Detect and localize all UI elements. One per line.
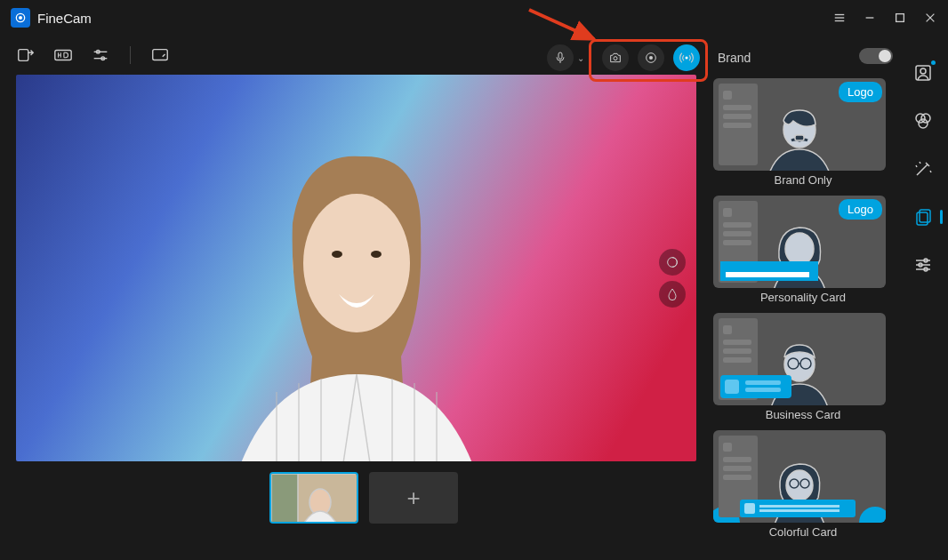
svg-rect-7	[896, 14, 904, 22]
mic-dropdown-chevron-icon[interactable]: ⌄	[577, 53, 584, 63]
maximize-button[interactable]	[893, 11, 907, 25]
brand-templates-tab-icon[interactable]	[912, 206, 934, 228]
brand-card-colorful[interactable]: Colorful Card	[713, 430, 893, 544]
magic-wand-tab-icon[interactable]	[912, 158, 934, 180]
scene-thumb-1[interactable]	[269, 472, 358, 524]
svg-point-50	[919, 119, 928, 128]
svg-point-2	[19, 16, 22, 20]
toolbar-divider	[130, 46, 131, 64]
record-button[interactable]	[638, 44, 664, 71]
right-tool-rail	[905, 62, 941, 276]
brand-card-label: Personality Card	[713, 288, 893, 309]
svg-point-23	[303, 194, 410, 332]
minimize-button[interactable]	[863, 11, 877, 25]
logo-badge: Logo	[839, 199, 882, 220]
microphone-button[interactable]	[547, 44, 574, 71]
stream-live-button[interactable]	[673, 44, 700, 71]
video-preview	[16, 75, 696, 461]
color-adjust-button[interactable]	[659, 249, 686, 276]
svg-point-24	[332, 251, 342, 258]
brand-card-brand-only[interactable]: Logo Brand Only	[713, 78, 893, 192]
hd-quality-icon[interactable]	[53, 45, 73, 65]
add-scene-button[interactable]: +	[369, 472, 458, 524]
close-button[interactable]	[923, 11, 937, 25]
svg-rect-10	[19, 50, 28, 61]
brand-card-business[interactable]: Business Card	[713, 313, 893, 427]
brand-toggle[interactable]	[859, 48, 893, 64]
export-icon[interactable]	[16, 45, 36, 65]
svg-point-49	[921, 114, 930, 123]
brand-panel-label: Brand	[718, 51, 751, 65]
brand-card-personality[interactable]: Logo Personality Card	[713, 196, 893, 309]
blur-droplet-button[interactable]	[659, 281, 686, 308]
effects-tab-icon[interactable]	[912, 110, 934, 132]
brand-card-label: Colorful Card	[713, 523, 893, 544]
svg-point-47	[920, 68, 926, 74]
snapshot-button[interactable]	[602, 44, 629, 71]
svg-rect-52	[920, 210, 930, 222]
toolbar: ⌄ Brand	[0, 36, 948, 75]
app-title: FineCam	[37, 11, 92, 26]
settings-sliders-icon[interactable]	[91, 45, 110, 65]
whiteboard-icon[interactable]	[150, 45, 170, 65]
svg-point-25	[371, 251, 382, 258]
svg-rect-17	[558, 52, 562, 59]
titlebar: FineCam	[0, 0, 948, 36]
scene-thumbs: +	[16, 472, 711, 524]
logo-badge: Logo	[839, 82, 882, 102]
svg-point-20	[649, 56, 653, 60]
person-placeholder	[188, 108, 526, 461]
svg-rect-34	[271, 474, 298, 524]
svg-rect-51	[917, 212, 928, 225]
brand-templates-panel: Logo Brand Only Logo Personality Card Bu…	[711, 75, 898, 560]
brand-card-label: Business Card	[713, 405, 893, 427]
svg-rect-37	[795, 135, 804, 140]
portrait-tab-icon[interactable]	[912, 62, 934, 84]
brand-card-label: Brand Only	[713, 171, 893, 192]
app-logo-icon	[11, 8, 30, 28]
svg-point-21	[686, 57, 688, 60]
svg-rect-11	[55, 51, 71, 60]
svg-point-18	[614, 57, 617, 60]
svg-point-38	[785, 233, 814, 265]
hamburger-menu-icon[interactable]	[832, 11, 847, 25]
more-settings-tab-icon[interactable]	[912, 254, 934, 276]
plus-icon: +	[406, 484, 420, 512]
